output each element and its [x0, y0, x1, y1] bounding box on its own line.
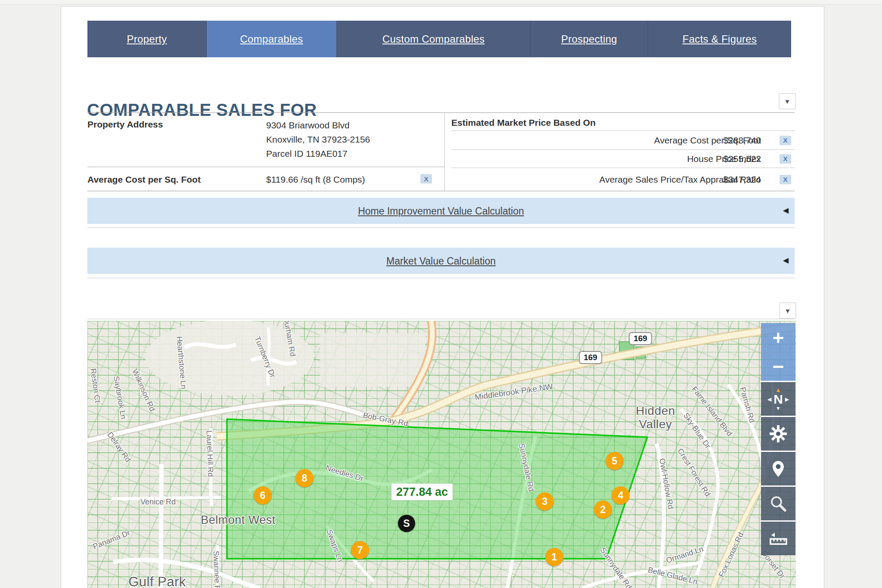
highway-shield: 169	[629, 332, 652, 345]
place-label: Hidden Valley	[621, 404, 690, 431]
property-address-value: 9304 Briarwood BlvdKnoxville, TN 37923-2…	[266, 118, 370, 161]
tab-label: Prospecting	[561, 33, 617, 45]
browser-chrome-strip	[0, 0, 882, 5]
estimated-row: Average Sales Price/Tax Appraisal Ratio$…	[451, 168, 795, 191]
tab-label: Property	[127, 33, 167, 45]
comp-marker-2[interactable]: 2	[594, 501, 612, 519]
property-address-row: Property Address 9304 Briarwood BlvdKnox…	[87, 112, 444, 167]
average-cost-label: Average Cost per Sq. Foot	[87, 174, 201, 185]
tab-label: Facts & Figures	[683, 33, 757, 45]
market-value-label: Market Value Calculation	[87, 255, 795, 267]
place-label: Gulf Park	[128, 574, 186, 588]
collapse-summary-button[interactable]: ▼	[779, 93, 796, 109]
zoom-control: + −	[761, 323, 795, 381]
area-size-label: 277.84 ac	[391, 484, 453, 501]
property-address-label: Property Address	[87, 119, 163, 130]
estimated-row-value: $288,740	[723, 135, 761, 146]
divider	[87, 227, 795, 228]
comp-marker-8[interactable]: 8	[295, 469, 314, 487]
remove-estimate-button[interactable]: X	[780, 175, 791, 184]
compass-icon: ▲ ◀N▶ ▼	[767, 387, 789, 411]
divider	[87, 319, 795, 319]
comp-marker-7[interactable]: 7	[351, 541, 369, 559]
zoom-out-button[interactable]: −	[761, 357, 795, 376]
comp-marker-5[interactable]: 5	[606, 452, 624, 470]
road-label: Venice Rd	[140, 498, 176, 507]
zoom-in-button[interactable]: +	[761, 328, 795, 348]
estimated-row: House Price Index$255,522X	[451, 149, 795, 168]
measure-button[interactable]	[761, 520, 795, 555]
address-line: Knoxville, TN 37923-2156	[266, 132, 370, 146]
map-search-button[interactable]	[761, 485, 795, 520]
tab-facts-figures[interactable]: Facts & Figures	[648, 21, 791, 57]
main-tab-bar: PropertyComparablesCustom ComparablesPro…	[87, 21, 791, 57]
comparables-map[interactable]: Middlebrook Pike NWBob-Gray-RdSky-Blue D…	[87, 321, 796, 588]
divider	[87, 191, 795, 191]
tab-property[interactable]: Property	[87, 21, 207, 57]
collapse-left-icon: ◀	[783, 206, 789, 215]
remove-estimate-button[interactable]: X	[780, 154, 791, 164]
address-line: 9304 Briarwood Blvd	[266, 118, 370, 132]
divider	[444, 112, 445, 191]
estimated-market-price-table: Estimated Market Price Based On Average …	[451, 112, 795, 191]
market-value-section-toggle[interactable]: Market Value Calculation ◀	[87, 248, 795, 274]
collapse-map-button[interactable]: ▼	[779, 302, 796, 319]
highway-shield: 169	[579, 351, 602, 364]
comp-marker-6[interactable]: 6	[254, 486, 272, 504]
ruler-icon	[768, 530, 788, 547]
home-improvement-label: Home Improvement Value Calculation	[87, 205, 795, 217]
tab-custom-comparables[interactable]: Custom Comparables	[337, 21, 531, 57]
comp-marker-1[interactable]: 1	[545, 548, 563, 566]
chevron-down-icon: ▼	[784, 98, 791, 105]
location-pin-icon	[770, 460, 787, 478]
remove-estimate-button[interactable]: X	[780, 136, 791, 145]
address-line: Parcel ID 119AE017	[266, 146, 370, 161]
estimated-row-value: $255,522	[723, 154, 761, 164]
comp-marker-4[interactable]: 4	[612, 486, 630, 504]
average-cost-value: $119.66 /sq ft (8 Comps)	[266, 174, 365, 185]
compass-control[interactable]: ▲ ◀N▶ ▼	[761, 381, 795, 416]
comp-marker-3[interactable]: 3	[536, 492, 554, 510]
divider	[87, 278, 795, 278]
road-label: Swannee Rd	[211, 551, 222, 588]
subject-property-marker[interactable]: S	[398, 515, 415, 532]
estimated-row: Average Cost per Sq. Foot$288,740X	[451, 131, 795, 149]
tab-prospecting[interactable]: Prospecting	[531, 21, 648, 57]
estimated-row-value: $347,324	[723, 174, 761, 185]
place-label: Belmont West	[201, 513, 276, 527]
tab-label: Comparables	[240, 33, 303, 45]
chevron-down-icon: ▼	[785, 307, 791, 314]
location-pin-button[interactable]	[761, 451, 795, 485]
estimated-header: Estimated Market Price Based On	[451, 112, 795, 131]
estimated-rows: Average Cost per Sq. Foot$288,740XHouse …	[451, 131, 795, 191]
gear-icon	[769, 424, 788, 443]
road-label: Laurel Hill Rd	[205, 430, 215, 477]
property-summary-table: Property Address 9304 Briarwood BlvdKnox…	[87, 112, 444, 167]
map-controls: + − ▲ ◀N▶ ▼	[761, 323, 795, 555]
tab-label: Custom Comparables	[382, 33, 485, 45]
remove-average-cost-button[interactable]: X	[420, 174, 432, 184]
average-cost-row: Average Cost per Sq. Foot $119.66 /sq ft…	[87, 167, 444, 191]
tab-comparables[interactable]: Comparables	[207, 21, 337, 57]
collapse-left-icon: ◀	[783, 256, 789, 265]
comparable-sales-page: PropertyComparablesCustom ComparablesPro…	[0, 0, 882, 588]
home-improvement-section-toggle[interactable]: Home Improvement Value Calculation ◀	[87, 198, 795, 224]
map-settings-button[interactable]	[761, 416, 795, 451]
search-icon	[769, 495, 787, 513]
